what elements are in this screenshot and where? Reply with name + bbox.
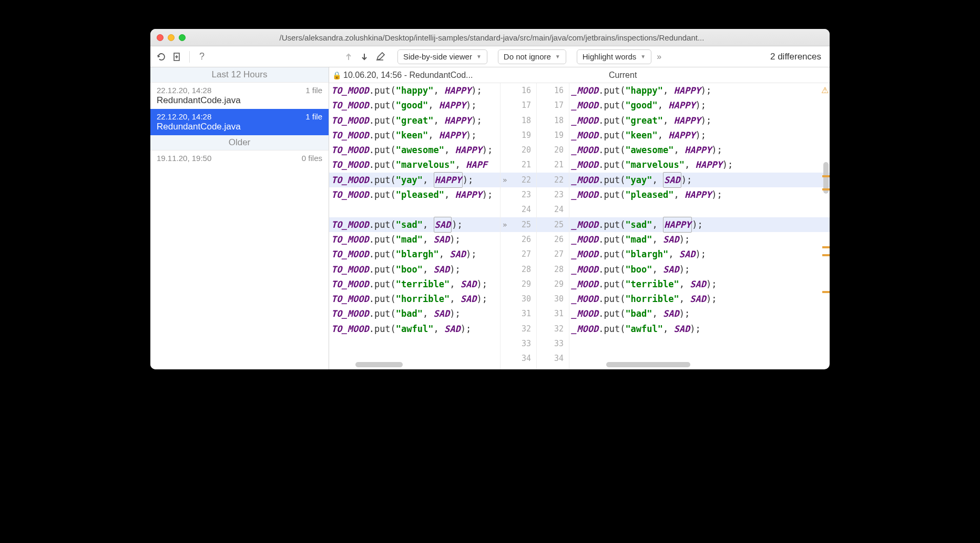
- gutter-line: 23: [537, 187, 569, 202]
- code-line[interactable]: _MOOD.put("sad", HAPPY);: [569, 217, 830, 232]
- code-line[interactable]: _MOOD.put("boo", SAD);: [569, 262, 830, 277]
- edit-button[interactable]: [373, 50, 387, 64]
- gutter-line: 19: [537, 128, 569, 143]
- gutter-line: 16: [537, 83, 569, 98]
- code-line[interactable]: _MOOD.put("terrible", SAD);: [569, 277, 830, 291]
- gutter-line: 32: [501, 321, 536, 336]
- code-line[interactable]: [569, 202, 830, 217]
- warning-icon[interactable]: ⚠: [821, 85, 829, 95]
- lock-icon: 🔒: [332, 71, 341, 79]
- code-line[interactable]: TO_MOOD.put("happy", HAPPY);: [329, 83, 500, 98]
- gutter-line: 29: [537, 277, 569, 291]
- code-line[interactable]: TO_MOOD.put("yay", HAPPY);: [329, 173, 500, 187]
- code-line[interactable]: _MOOD.put("awesome", HAPPY);: [569, 143, 830, 157]
- gutter-line: 23: [501, 187, 536, 202]
- section-header: Last 12 Hours: [150, 67, 329, 83]
- gutter-line: »22: [501, 173, 536, 187]
- gutter-line: 21: [501, 157, 536, 172]
- history-item[interactable]: 22.12.20, 14:28 1 file RedundantCode.jav…: [150, 83, 329, 109]
- code-line[interactable]: TO_MOOD.put("bad", SAD);: [329, 306, 500, 321]
- ignore-mode-select[interactable]: Do not ignore ▼: [498, 49, 566, 64]
- highlight-mode-select[interactable]: Highlight words ▼: [577, 49, 651, 64]
- code-line[interactable]: _MOOD.put("yay", SAD);: [569, 173, 830, 187]
- code-line[interactable]: _MOOD.put("blargh", SAD);: [569, 247, 830, 262]
- diff-marker[interactable]: [822, 175, 830, 177]
- gutter-line: 17: [501, 98, 536, 113]
- gutter-line: 32: [537, 321, 569, 336]
- right-gutter: 16171819202122232425262728293031323334: [537, 83, 569, 369]
- history-files: 0 files: [302, 154, 322, 163]
- gutter-line: 26: [501, 232, 536, 247]
- code-line[interactable]: TO_MOOD.put("sad", SAD);: [329, 217, 500, 232]
- gutter-line: 17: [537, 98, 569, 113]
- code-line[interactable]: [329, 351, 500, 366]
- code-line[interactable]: [329, 202, 500, 217]
- code-line[interactable]: _MOOD.put("good", HAPPY);: [569, 98, 830, 113]
- patch-button[interactable]: [170, 50, 184, 64]
- window-title: /Users/aleksandra.zolushkina/Desktop/int…: [192, 33, 792, 42]
- gutter-line: 16: [501, 83, 536, 98]
- code-line[interactable]: TO_MOOD.put("horrible", SAD);: [329, 291, 500, 306]
- code-line[interactable]: _MOOD.put("happy", HAPPY);: [569, 83, 830, 98]
- code-line[interactable]: TO_MOOD.put("blargh", SAD);: [329, 247, 500, 262]
- code-line[interactable]: TO_MOOD.put("awesome", HAPPY);: [329, 143, 500, 157]
- code-line[interactable]: TO_MOOD.put("great", HAPPY);: [329, 113, 500, 128]
- code-line[interactable]: TO_MOOD.put("terrible", SAD);: [329, 277, 500, 291]
- code-line[interactable]: TO_MOOD.put("mad", SAD);: [329, 232, 500, 247]
- more-actions-icon[interactable]: »: [654, 52, 665, 62]
- code-line[interactable]: TO_MOOD.put("boo", SAD);: [329, 262, 500, 277]
- history-item[interactable]: 19.11.20, 19:50 0 files: [150, 150, 329, 166]
- code-line[interactable]: [569, 336, 830, 351]
- code-line[interactable]: _MOOD.put("marvelous", HAPPY);: [569, 157, 830, 172]
- diff-area: 🔒 10.06.20, 14:56 - RedundantCod... Curr…: [329, 67, 830, 369]
- code-line[interactable]: TO_MOOD.put("awful", SAD);: [329, 321, 500, 336]
- code-line[interactable]: TO_MOOD.put("pleased", HAPPY);: [329, 187, 500, 202]
- code-line[interactable]: _MOOD.put("horrible", SAD);: [569, 291, 830, 306]
- right-pane-title: Current: [604, 71, 637, 80]
- code-line[interactable]: _MOOD.put("bad", SAD);: [569, 306, 830, 321]
- right-code-pane[interactable]: _MOOD.put("happy", HAPPY);_MOOD.put("goo…: [569, 83, 830, 369]
- ignore-mode-label: Do not ignore: [504, 52, 551, 61]
- titlebar[interactable]: /Users/aleksandra.zolushkina/Desktop/int…: [150, 29, 830, 46]
- prev-diff-button[interactable]: [342, 50, 355, 64]
- gutter-line: 31: [501, 306, 536, 321]
- code-line[interactable]: [329, 336, 500, 351]
- code-line[interactable]: _MOOD.put("awful", SAD);: [569, 321, 830, 336]
- gutter-line: 27: [501, 247, 536, 262]
- diff-marker[interactable]: [822, 188, 830, 190]
- code-line[interactable]: TO_MOOD.put("marvelous", HAPF: [329, 157, 500, 172]
- diff-header: 🔒 10.06.20, 14:56 - RedundantCod... Curr…: [329, 67, 830, 83]
- code-line[interactable]: _MOOD.put("pleased", HAPPY);: [569, 187, 830, 202]
- maximize-icon[interactable]: [179, 34, 186, 41]
- diff-window: /Users/aleksandra.zolushkina/Desktop/int…: [150, 29, 830, 369]
- diff-marker[interactable]: [822, 291, 830, 293]
- viewer-mode-select[interactable]: Side-by-side viewer ▼: [397, 49, 487, 64]
- gutter-line: 30: [537, 291, 569, 306]
- diff-marker[interactable]: [822, 254, 830, 256]
- insert-arrow-icon[interactable]: »: [503, 173, 507, 187]
- history-sidebar[interactable]: Last 12 Hours 22.12.20, 14:28 1 file Red…: [150, 67, 329, 369]
- code-line[interactable]: TO_MOOD.put("keen", HAPPY);: [329, 128, 500, 143]
- history-item-selected[interactable]: 22.12.20, 14:28 1 file RedundantCode.jav…: [150, 109, 329, 135]
- left-code-pane[interactable]: TO_MOOD.put("happy", HAPPY);TO_MOOD.put(…: [329, 83, 500, 369]
- code-line[interactable]: TO_MOOD.put("good", HAPPY);: [329, 98, 500, 113]
- code-line[interactable]: _MOOD.put("great", HAPPY);: [569, 113, 830, 128]
- gutter-line: 24: [501, 202, 536, 217]
- close-icon[interactable]: [157, 34, 164, 41]
- next-diff-button[interactable]: [358, 50, 371, 64]
- horizontal-scrollbar[interactable]: [606, 362, 690, 367]
- gutter-line: 33: [537, 336, 569, 351]
- insert-arrow-icon[interactable]: »: [503, 217, 507, 232]
- code-line[interactable]: _MOOD.put("mad", SAD);: [569, 232, 830, 247]
- code-line[interactable]: _MOOD.put("keen", HAPPY);: [569, 128, 830, 143]
- gutter-line: 29: [501, 277, 536, 291]
- section-header: Older: [150, 135, 329, 150]
- minimize-icon[interactable]: [168, 34, 175, 41]
- error-stripe[interactable]: ⚠: [822, 83, 830, 369]
- diff-marker[interactable]: [822, 246, 830, 248]
- help-button[interactable]: ?: [195, 50, 209, 64]
- traffic-lights: [157, 34, 186, 41]
- gutter-line: 21: [537, 157, 569, 172]
- revert-button[interactable]: [155, 50, 168, 64]
- horizontal-scrollbar[interactable]: [355, 362, 403, 367]
